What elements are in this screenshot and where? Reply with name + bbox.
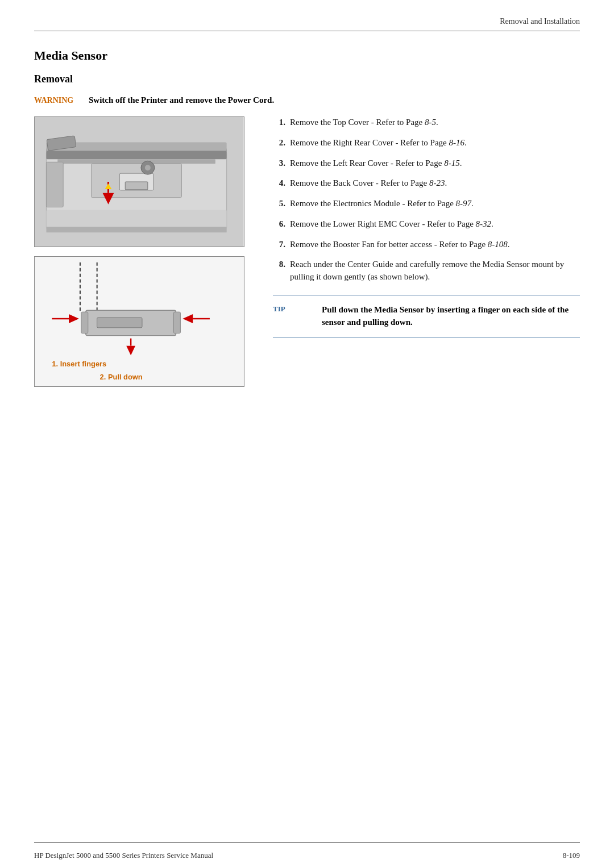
step-6: 6. Remove the Lower Right EMC Cover - Re… (273, 218, 580, 231)
svg-text:2. Pull down: 2. Pull down (100, 373, 143, 381)
step-7: 7. Remove the Booster Fan for better acc… (273, 239, 580, 251)
svg-rect-15 (46, 210, 226, 230)
page-footer: HP DesignJet 5000 and 5500 Series Printe… (0, 843, 614, 868)
svg-point-11 (145, 165, 151, 170)
two-col-layout: 1. Insert fingers 2. Pull down 1. Remove… (34, 116, 580, 387)
printer-image-box (34, 116, 244, 247)
warning-text: Switch off the Printer and remove the Po… (89, 95, 274, 105)
steps-list: 1. Remove the Top Cover - Refer to Page … (273, 116, 580, 283)
main-content: Media Sensor Removal WARNING Switch off … (0, 31, 614, 842)
svg-rect-4 (57, 159, 215, 164)
footer-right: 8-109 (563, 851, 580, 860)
step-5-num: 5. (273, 198, 285, 210)
step-6-num: 6. (273, 218, 285, 231)
step-2-num: 2. (273, 137, 285, 149)
warning-block: WARNING Switch off the Printer and remov… (34, 95, 580, 105)
left-column: 1. Insert fingers 2. Pull down (34, 116, 256, 387)
step-4: 4. Remove the Back Cover - Refer to Page… (273, 177, 580, 190)
step-7-num: 7. (273, 239, 285, 251)
svg-rect-23 (173, 312, 180, 333)
step-1: 1. Remove the Top Cover - Refer to Page … (273, 116, 580, 129)
step-5-text: Remove the Electronics Module - Refer to… (290, 198, 474, 210)
step-1-text: Remove the Top Cover - Refer to Page 8-5… (290, 116, 438, 129)
step-8-num: 8. (273, 258, 285, 283)
diagram-svg: 1. Insert fingers 2. Pull down (35, 257, 244, 386)
step-2: 2. Remove the Right Rear Cover - Refer t… (273, 137, 580, 149)
printer-diagram-svg (35, 117, 244, 247)
step-4-num: 4. (273, 177, 285, 190)
step-4-text: Remove the Back Cover - Refer to Page 8-… (290, 177, 447, 190)
step-7-text: Remove the Booster Fan for better access… (290, 239, 510, 251)
step-5: 5. Remove the Electronics Module - Refer… (273, 198, 580, 210)
svg-rect-7 (125, 182, 148, 190)
header-title: Removal and Installation (500, 17, 580, 26)
step-3: 3. Remove the Left Rear Cover - Refer to… (273, 157, 580, 170)
diagram-image-box: 1. Insert fingers 2. Pull down (34, 256, 244, 387)
step-3-text: Remove the Left Rear Cover - Refer to Pa… (290, 157, 462, 170)
svg-rect-8 (46, 162, 63, 207)
right-column: 1. Remove the Top Cover - Refer to Page … (273, 116, 580, 387)
warning-label: WARNING (34, 95, 80, 105)
step-2-text: Remove the Right Rear Cover - Refer to P… (290, 137, 467, 149)
svg-rect-22 (81, 312, 88, 333)
step-8: 8. Reach under the Center Guide and care… (273, 258, 580, 283)
step-6-text: Remove the Lower Right EMC Cover - Refer… (290, 218, 493, 231)
svg-rect-16 (46, 227, 226, 232)
svg-rect-21 (97, 318, 142, 328)
step-3-num: 3. (273, 157, 285, 170)
subsection-title: Removal (34, 73, 580, 85)
section-title: Media Sensor (34, 48, 580, 63)
tip-block: TIP Pull down the Media Sensor by insert… (273, 295, 580, 337)
svg-text:1. Insert fingers: 1. Insert fingers (52, 360, 106, 368)
tip-text: Pull down the Media Sensor by inserting … (322, 303, 580, 329)
step-8-text: Reach under the Center Guide and careful… (290, 258, 580, 283)
page-container: Removal and Installation Media Sensor Re… (0, 0, 614, 868)
step-1-num: 1. (273, 116, 285, 129)
footer-left: HP DesignJet 5000 and 5500 Series Printe… (34, 851, 213, 860)
tip-label: TIP (273, 303, 313, 314)
page-header: Removal and Installation (0, 0, 614, 31)
